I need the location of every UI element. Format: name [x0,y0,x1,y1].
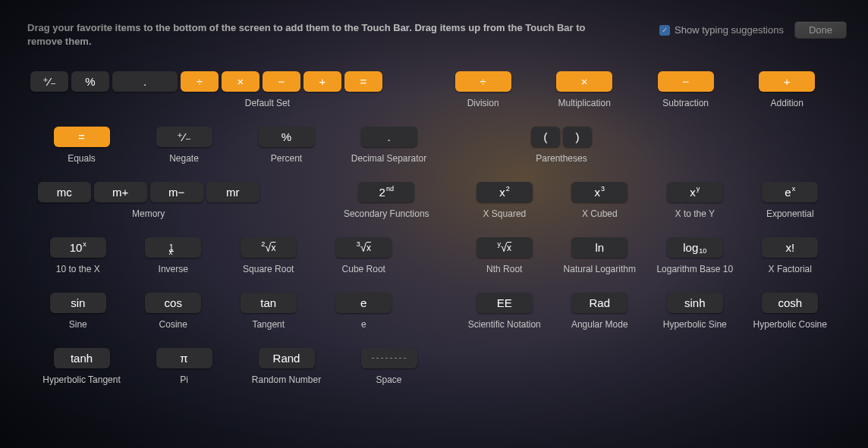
x-factorial-item[interactable]: x! [762,237,818,258]
exponential-label: Exponential [766,208,814,219]
pi-label: Pi [180,374,188,385]
cosh-label: Hyperbolic Cosine [753,319,827,330]
x-cubed-item[interactable]: x3 [571,182,627,202]
x-cubed-label: X Cubed [582,208,618,219]
addition-item[interactable]: + [759,71,815,92]
multiplication-label: Multiplication [558,98,610,108]
memory-group[interactable]: mc m+ m− mr [38,182,259,202]
open-paren-button[interactable]: ( [531,127,560,147]
sinh-item[interactable]: sinh [667,293,723,313]
x-to-y-label: X to the Y [675,208,715,219]
ten-to-x-item[interactable]: 10x [50,237,106,258]
log10-label: Logarithm Base 10 [656,264,733,274]
parentheses-label: Parentheses [536,153,587,164]
plus-button[interactable]: + [303,71,341,92]
space-icon [372,358,407,359]
x-squared-item[interactable]: x2 [476,182,533,202]
e-label: e [361,319,366,330]
angular-mode-item[interactable]: Rad [571,293,627,313]
cosine-label: Cosine [159,319,187,330]
negate-label: Negate [169,153,199,164]
checkbox-label: Show typing suggestions [675,24,784,36]
cosh-item[interactable]: cosh [762,293,818,313]
close-paren-button[interactable]: ) [563,127,592,147]
default-set-label: Default Set [245,98,290,108]
show-typing-suggestions-checkbox[interactable]: ✓ Show typing suggestions [659,24,784,36]
done-button[interactable]: Done [794,21,847,39]
rand-item[interactable]: Rand [259,348,315,368]
sine-label: Sine [69,319,87,330]
scientific-notation-label: Scientific Notation [468,319,541,330]
parentheses-group[interactable]: ( ) [531,127,592,147]
rand-label: Random Number [252,374,321,385]
sinh-label: Hyperbolic Sine [663,319,727,330]
decimal-item[interactable]: . [361,127,417,147]
equals-button[interactable]: = [344,71,382,92]
tanh-label: Hyperbolic Tangent [42,374,121,385]
space-item[interactable] [361,348,417,368]
divide-button[interactable]: ÷ [181,71,219,92]
tangent-item[interactable]: tan [241,293,297,313]
natural-log-label: Natural Logarithm [564,264,636,274]
negate-button[interactable]: ⁺⁄₋ [30,71,68,92]
mr-button[interactable]: mr [206,182,259,202]
natural-log-item[interactable]: ln [571,237,627,258]
pi-item[interactable]: π [156,348,212,368]
x-factorial-label: X Factorial [769,264,812,274]
nth-root-label: Nth Root [486,264,522,274]
subtraction-item[interactable]: − [658,71,714,92]
equals-item[interactable]: = [54,127,110,147]
equals-label: Equals [68,153,96,164]
multiplication-item[interactable]: × [556,71,612,92]
nth-root-item[interactable]: y√x [476,237,533,258]
negate-item[interactable]: ⁺⁄₋ [156,127,212,147]
decimal-label: Decimal Separator [351,153,426,164]
x-squared-label: X Squared [483,208,527,219]
inverse-item[interactable]: 1x [145,237,201,258]
division-label: Division [467,98,499,108]
tanh-item[interactable]: tanh [54,348,110,368]
log10-item[interactable]: log10 [667,237,723,258]
mplus-button[interactable]: m+ [94,182,147,202]
cosine-item[interactable]: cos [145,293,201,313]
instructions-text: Drag your favorite items to the bottom o… [27,21,604,49]
x-to-y-item[interactable]: xy [667,182,723,202]
exponential-item[interactable]: ex [762,182,818,202]
space-label: Space [376,374,401,385]
mc-button[interactable]: mc [38,182,91,202]
scientific-notation-item[interactable]: EE [476,293,533,313]
square-root-item[interactable]: 2√x [241,237,297,258]
cube-root-label: Cube Root [342,264,385,274]
memory-label: Memory [132,208,165,219]
multiply-button[interactable]: × [222,71,259,92]
percent-button[interactable]: % [71,71,109,92]
ten-to-x-label: 10 to the X [56,264,100,274]
decimal-button[interactable]: . [112,71,178,92]
e-item[interactable]: e [335,293,392,313]
addition-label: Addition [771,98,804,108]
division-item[interactable]: ÷ [455,71,511,92]
secondary-functions-item[interactable]: 2nd [358,182,414,202]
inverse-label: Inverse [159,264,188,274]
checkmark-icon: ✓ [659,25,670,36]
percent-item[interactable]: % [259,127,315,147]
angular-mode-label: Angular Mode [571,319,628,330]
percent-label: Percent [271,153,302,164]
default-set-group[interactable]: ⁺⁄₋ % . ÷ × − + = [30,71,382,92]
sine-item[interactable]: sin [50,293,106,313]
secondary-functions-label: Secondary Functions [344,208,429,219]
cube-root-item[interactable]: 3√x [335,237,392,258]
minus-button[interactable]: − [263,71,300,92]
square-root-label: Square Root [243,264,294,274]
mminus-button[interactable]: m− [150,182,203,202]
subtraction-label: Subtraction [662,98,709,108]
tangent-label: Tangent [252,319,285,330]
